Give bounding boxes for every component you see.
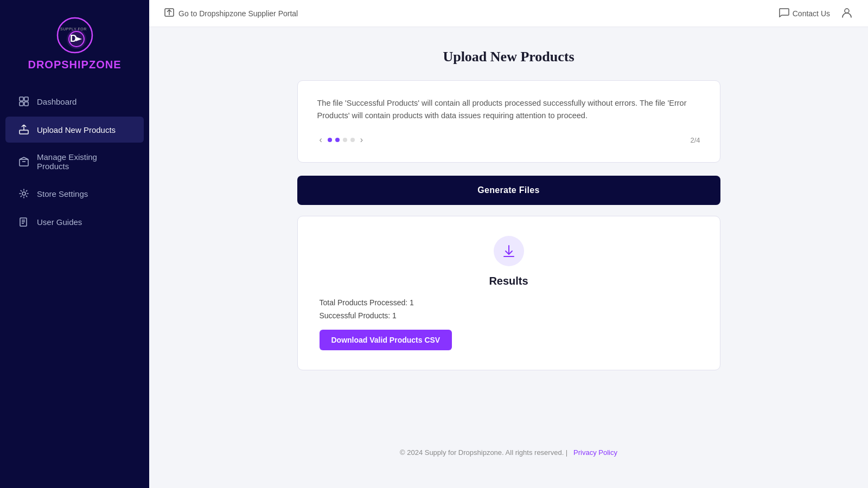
dashboard-icon [18,96,29,107]
dot-1 [328,138,332,142]
sidebar-item-manage-existing-products[interactable]: Manage Existing Products [5,145,144,178]
topbar: Go to Dropshipzone Supplier Portal Conta… [149,0,868,27]
results-stats: Total Products Processed: 1 Successful P… [317,298,700,350]
settings-icon [18,188,29,199]
chat-icon [778,8,789,19]
info-text: The file 'Successful Products' will cont… [317,97,700,122]
sidebar-item-dashboard[interactable]: Dashboard [5,88,144,114]
pagination-next[interactable]: › [358,134,365,146]
page-indicator: 2/4 [690,136,700,144]
contact-us-text: Contact Us [793,9,830,18]
logo-icon: SUPPLY FOR D [56,16,94,54]
dot-4 [350,138,355,142]
copyright-text: © 2024 Supply for Dropshipzone. All righ… [400,448,567,457]
contact-us-link[interactable]: Contact Us [778,8,830,19]
download-icon [502,244,516,258]
svg-rect-9 [24,102,28,106]
book-icon [18,216,29,227]
results-card: Results Total Products Processed: 1 Succ… [297,216,720,370]
box-icon [18,156,29,167]
sidebar: SUPPLY FOR D DROPSHIPZONE Dashboard [0,0,149,488]
page-title: Upload New Products [443,49,574,65]
info-footer: ‹ › 2/4 [317,134,700,146]
user-guides-label: User Guides [37,217,82,227]
pagination-dots: ‹ › [317,134,366,146]
sidebar-item-upload-new-products[interactable]: Upload New Products [5,117,144,143]
privacy-policy-link[interactable]: Privacy Policy [573,448,617,457]
portal-link-icon [164,8,174,18]
download-valid-products-csv-button[interactable]: Download Valid Products CSV [320,330,452,350]
footer: © 2024 Supply for Dropshipzone. All righ… [400,439,617,466]
total-products-stat: Total Products Processed: 1 [320,298,700,307]
portal-link[interactable]: Go to Dropshipzone Supplier Portal [164,8,298,18]
svg-rect-7 [24,97,28,101]
results-title: Results [317,275,700,287]
dot-3 [343,138,347,142]
svg-rect-8 [20,102,23,106]
dashboard-label: Dashboard [37,97,76,106]
brand-name: DROPSHIPZONE [28,59,121,71]
logo-area: SUPPLY FOR D DROPSHIPZONE [0,0,149,82]
portal-link-text: Go to Dropshipzone Supplier Portal [178,9,298,18]
info-card: The file 'Successful Products' will cont… [297,80,720,163]
store-settings-label: Store Settings [37,189,88,198]
generate-files-button[interactable]: Generate Files [297,176,720,205]
results-icon-wrapper [317,236,700,266]
user-profile-icon[interactable] [841,7,853,21]
content-area: Upload New Products The file 'Successful… [149,27,868,488]
pagination-prev[interactable]: ‹ [317,134,324,146]
download-icon-circle [494,236,524,266]
upload-icon [18,124,29,135]
upload-label: Upload New Products [37,125,116,134]
svg-rect-11 [20,159,28,166]
dot-2 [335,138,340,142]
main-area: Go to Dropshipzone Supplier Portal Conta… [149,0,868,488]
successful-products-stat: Successful Products: 1 [320,311,700,320]
svg-rect-10 [20,130,28,134]
manage-label: Manage Existing Products [37,152,131,171]
svg-point-19 [845,9,849,13]
sidebar-navigation: Dashboard Upload New Products [0,82,149,488]
topbar-right: Contact Us [778,7,853,21]
sidebar-item-user-guides[interactable]: User Guides [5,209,144,235]
sidebar-item-store-settings[interactable]: Store Settings [5,181,144,207]
svg-rect-6 [20,97,23,101]
svg-point-13 [22,192,25,195]
